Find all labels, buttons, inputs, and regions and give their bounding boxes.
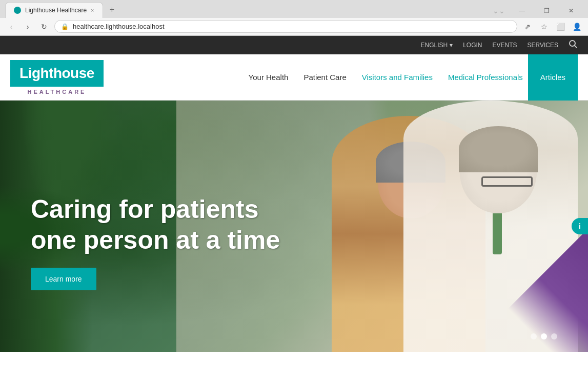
learn-more-button[interactable]: Learn more — [31, 268, 96, 290]
nav-links: Your Health Patient Care Visitors and Fa… — [249, 73, 523, 82]
back-btn[interactable]: ‹ — [5, 21, 17, 33]
main-nav: Lighthouse HEALTHCARE Your Health Patien… — [0, 54, 588, 101]
browser-chrome: Lighthouse Healthcare × + ⌄⌄ — ❐ ✕ ‹ › ↻… — [0, 0, 588, 36]
person-man-tie — [493, 213, 502, 254]
browser-actions: ⇗ ☆ ⬜ 👤 — [521, 21, 583, 33]
url-display: healthcare.lighthouse.localhost — [73, 23, 511, 30]
lock-icon: 🔒 — [61, 23, 69, 30]
utility-bar: ENGLISH ▾ LOGIN EVENTS SERVICES — [0, 36, 588, 54]
hero-heading-line1: Caring for patients — [31, 195, 258, 224]
share-icon[interactable]: ⇗ — [521, 21, 534, 33]
address-bar-row: ‹ › ↻ 🔒 healthcare.lighthouse.localhost … — [0, 18, 588, 35]
svg-line-1 — [575, 46, 577, 48]
forward-btn[interactable]: › — [22, 21, 34, 33]
maximize-btn[interactable]: ❐ — [535, 4, 558, 18]
carousel-dot-2[interactable] — [541, 333, 547, 340]
nav-link-your-health[interactable]: Your Health — [249, 73, 289, 82]
person-man-hair — [459, 126, 538, 172]
logo-text: Lighthouse — [19, 65, 94, 81]
tab-title: Lighthouse Healthcare — [25, 7, 87, 14]
language-selector[interactable]: ENGLISH ▾ — [420, 42, 453, 49]
carousel-dot-1[interactable] — [531, 333, 537, 340]
hero-heading: Caring for patients one person at a time — [31, 194, 280, 255]
carousel-dots — [531, 333, 557, 340]
info-button[interactable]: i — [572, 218, 588, 234]
nav-link-patient-care[interactable]: Patient Care — [303, 73, 346, 82]
person-man-glasses — [481, 176, 533, 187]
window-mode-icon[interactable]: ⬜ — [554, 21, 566, 33]
nav-link-visitors-families[interactable]: Visitors and Families — [362, 73, 433, 82]
bookmark-icon[interactable]: ☆ — [538, 21, 550, 33]
services-link[interactable]: SERVICES — [528, 42, 558, 49]
restore-down-icon[interactable]: ⌄⌄ — [489, 7, 509, 15]
browser-tab[interactable]: Lighthouse Healthcare × — [5, 2, 103, 18]
new-tab-btn[interactable]: + — [105, 3, 119, 17]
tab-close-btn[interactable]: × — [91, 7, 94, 13]
language-arrow: ▾ — [450, 42, 453, 49]
purple-accent — [465, 229, 588, 352]
refresh-btn[interactable]: ↻ — [38, 21, 50, 33]
tab-favicon — [14, 7, 21, 14]
address-bar[interactable]: 🔒 healthcare.lighthouse.localhost — [54, 20, 517, 33]
nav-link-medical-professionals[interactable]: Medical Professionals — [448, 73, 523, 82]
articles-button[interactable]: Articles — [528, 54, 578, 101]
profile-icon[interactable]: 👤 — [571, 21, 583, 33]
logo-subtitle: HEALTHCARE — [10, 89, 104, 95]
search-icon[interactable] — [569, 39, 578, 51]
hero-heading-line2: one person at a time — [31, 226, 280, 254]
logo-box[interactable]: Lighthouse — [10, 60, 104, 87]
events-link[interactable]: EVENTS — [493, 42, 517, 49]
close-btn[interactable]: ✕ — [559, 4, 583, 18]
login-link[interactable]: LOGIN — [463, 42, 482, 49]
language-label: ENGLISH — [420, 42, 448, 49]
carousel-dot-3[interactable] — [551, 333, 557, 340]
minimize-btn[interactable]: — — [510, 4, 534, 18]
hero-content: Caring for patients one person at a time… — [31, 194, 280, 290]
logo-container: Lighthouse HEALTHCARE — [10, 60, 104, 95]
window-controls: ⌄⌄ — ❐ ✕ — [489, 4, 583, 18]
hero-section: Caring for patients one person at a time… — [0, 101, 588, 352]
